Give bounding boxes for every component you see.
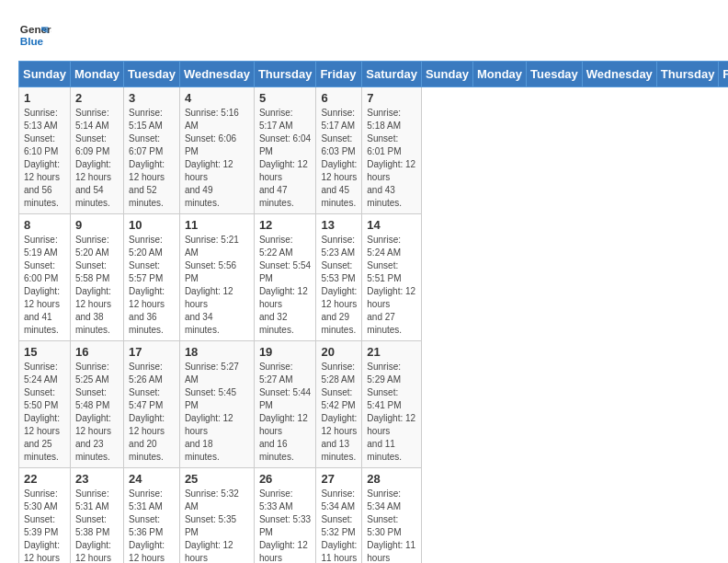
svg-text:Blue: Blue	[20, 35, 44, 47]
calendar-cell: 1Sunrise: 5:13 AM Sunset: 6:10 PM Daylig…	[19, 87, 71, 214]
calendar-cell: 27Sunrise: 5:34 AM Sunset: 5:32 PM Dayli…	[316, 468, 362, 564]
calendar-cell: 22Sunrise: 5:30 AM Sunset: 5:39 PM Dayli…	[19, 468, 71, 564]
day-number: 24	[129, 472, 175, 486]
header-tuesday: Tuesday	[124, 62, 180, 87]
header-thursday: Thursday	[254, 62, 316, 87]
calendar-cell: 20Sunrise: 5:28 AM Sunset: 5:42 PM Dayli…	[316, 341, 362, 468]
day-info: Sunrise: 5:24 AM Sunset: 5:51 PM Dayligh…	[367, 234, 416, 337]
header-wednesday: Wednesday	[582, 62, 656, 87]
day-info: Sunrise: 5:34 AM Sunset: 5:30 PM Dayligh…	[367, 488, 416, 563]
day-number: 21	[367, 345, 416, 359]
day-number: 27	[321, 472, 357, 486]
logo: General Blue	[18, 18, 57, 52]
day-info: Sunrise: 5:24 AM Sunset: 5:50 PM Dayligh…	[24, 361, 65, 464]
calendar-cell: 8Sunrise: 5:19 AM Sunset: 6:00 PM Daylig…	[19, 214, 71, 341]
header-sunday: Sunday	[19, 62, 71, 87]
day-number: 26	[259, 472, 312, 486]
day-number: 3	[129, 91, 175, 105]
header-monday: Monday	[70, 62, 123, 87]
day-number: 20	[321, 345, 357, 359]
day-info: Sunrise: 5:18 AM Sunset: 6:01 PM Dayligh…	[367, 107, 416, 210]
header: General Blue	[18, 18, 710, 52]
calendar-cell: 10Sunrise: 5:20 AM Sunset: 5:57 PM Dayli…	[124, 214, 180, 341]
calendar-cell: 26Sunrise: 5:33 AM Sunset: 5:33 PM Dayli…	[254, 468, 316, 564]
day-info: Sunrise: 5:28 AM Sunset: 5:42 PM Dayligh…	[321, 361, 357, 464]
day-info: Sunrise: 5:27 AM Sunset: 5:45 PM Dayligh…	[185, 361, 249, 464]
calendar-cell: 14Sunrise: 5:24 AM Sunset: 5:51 PM Dayli…	[362, 214, 422, 341]
day-number: 5	[259, 91, 312, 105]
header-saturday: Saturday	[362, 62, 422, 87]
day-info: Sunrise: 5:25 AM Sunset: 5:48 PM Dayligh…	[75, 361, 119, 464]
calendar-cell: 23Sunrise: 5:31 AM Sunset: 5:38 PM Dayli…	[70, 468, 123, 564]
calendar-cell: 9Sunrise: 5:20 AM Sunset: 5:58 PM Daylig…	[70, 214, 123, 341]
day-number: 15	[24, 345, 65, 359]
day-info: Sunrise: 5:17 AM Sunset: 6:03 PM Dayligh…	[321, 107, 357, 210]
day-info: Sunrise: 5:26 AM Sunset: 5:47 PM Dayligh…	[129, 361, 175, 464]
logo-icon: General Blue	[18, 18, 51, 52]
day-info: Sunrise: 5:16 AM Sunset: 6:06 PM Dayligh…	[185, 107, 249, 210]
day-number: 23	[75, 472, 119, 486]
calendar-week-row: 1Sunrise: 5:13 AM Sunset: 6:10 PM Daylig…	[19, 87, 729, 214]
calendar-cell: 6Sunrise: 5:17 AM Sunset: 6:03 PM Daylig…	[316, 87, 362, 214]
day-number: 17	[129, 345, 175, 359]
calendar-cell: 16Sunrise: 5:25 AM Sunset: 5:48 PM Dayli…	[70, 341, 123, 468]
day-info: Sunrise: 5:21 AM Sunset: 5:56 PM Dayligh…	[185, 234, 249, 337]
day-number: 11	[185, 218, 249, 232]
day-info: Sunrise: 5:30 AM Sunset: 5:39 PM Dayligh…	[24, 488, 65, 563]
header-friday: Friday	[316, 62, 362, 87]
day-number: 2	[75, 91, 119, 105]
day-info: Sunrise: 5:20 AM Sunset: 5:57 PM Dayligh…	[129, 234, 175, 337]
day-number: 4	[185, 91, 249, 105]
calendar-cell: 4Sunrise: 5:16 AM Sunset: 6:06 PM Daylig…	[179, 87, 254, 214]
calendar-cell: 11Sunrise: 5:21 AM Sunset: 5:56 PM Dayli…	[179, 214, 254, 341]
day-info: Sunrise: 5:19 AM Sunset: 6:00 PM Dayligh…	[24, 234, 65, 337]
day-number: 6	[321, 91, 357, 105]
day-number: 18	[185, 345, 249, 359]
day-info: Sunrise: 5:13 AM Sunset: 6:10 PM Dayligh…	[24, 107, 65, 210]
header-wednesday: Wednesday	[179, 62, 254, 87]
day-number: 22	[24, 472, 65, 486]
calendar-cell: 28Sunrise: 5:34 AM Sunset: 5:30 PM Dayli…	[362, 468, 422, 564]
calendar-week-row: 15Sunrise: 5:24 AM Sunset: 5:50 PM Dayli…	[19, 341, 729, 468]
header-friday: Friday	[719, 62, 728, 87]
calendar-cell: 12Sunrise: 5:22 AM Sunset: 5:54 PM Dayli…	[254, 214, 316, 341]
day-number: 7	[367, 91, 416, 105]
calendar-cell: 7Sunrise: 5:18 AM Sunset: 6:01 PM Daylig…	[362, 87, 422, 214]
day-number: 10	[129, 218, 175, 232]
day-number: 9	[75, 218, 119, 232]
calendar-cell: 19Sunrise: 5:27 AM Sunset: 5:44 PM Dayli…	[254, 341, 316, 468]
calendar-cell: 17Sunrise: 5:26 AM Sunset: 5:47 PM Dayli…	[124, 341, 180, 468]
header-thursday: Thursday	[656, 62, 719, 87]
day-number: 16	[75, 345, 119, 359]
calendar-week-row: 8Sunrise: 5:19 AM Sunset: 6:00 PM Daylig…	[19, 214, 729, 341]
day-number: 8	[24, 218, 65, 232]
calendar-cell: 2Sunrise: 5:14 AM Sunset: 6:09 PM Daylig…	[70, 87, 123, 214]
day-info: Sunrise: 5:17 AM Sunset: 6:04 PM Dayligh…	[259, 107, 312, 210]
header-monday: Monday	[472, 62, 526, 87]
day-number: 1	[24, 91, 65, 105]
day-info: Sunrise: 5:15 AM Sunset: 6:07 PM Dayligh…	[129, 107, 175, 210]
day-info: Sunrise: 5:20 AM Sunset: 5:58 PM Dayligh…	[75, 234, 119, 337]
calendar-header-row: SundayMondayTuesdayWednesdayThursdayFrid…	[19, 62, 729, 87]
header-tuesday: Tuesday	[527, 62, 583, 87]
day-info: Sunrise: 5:33 AM Sunset: 5:33 PM Dayligh…	[259, 488, 312, 563]
calendar-cell: 24Sunrise: 5:31 AM Sunset: 5:36 PM Dayli…	[124, 468, 180, 564]
day-info: Sunrise: 5:14 AM Sunset: 6:09 PM Dayligh…	[75, 107, 119, 210]
calendar-table: SundayMondayTuesdayWednesdayThursdayFrid…	[18, 61, 728, 563]
day-info: Sunrise: 5:34 AM Sunset: 5:32 PM Dayligh…	[321, 488, 357, 563]
day-number: 12	[259, 218, 312, 232]
day-info: Sunrise: 5:31 AM Sunset: 5:36 PM Dayligh…	[129, 488, 175, 563]
calendar-week-row: 22Sunrise: 5:30 AM Sunset: 5:39 PM Dayli…	[19, 468, 729, 564]
day-info: Sunrise: 5:27 AM Sunset: 5:44 PM Dayligh…	[259, 361, 312, 464]
day-info: Sunrise: 5:22 AM Sunset: 5:54 PM Dayligh…	[259, 234, 312, 337]
day-info: Sunrise: 5:29 AM Sunset: 5:41 PM Dayligh…	[367, 361, 416, 464]
day-number: 25	[185, 472, 249, 486]
day-info: Sunrise: 5:32 AM Sunset: 5:35 PM Dayligh…	[185, 488, 249, 563]
calendar-cell: 18Sunrise: 5:27 AM Sunset: 5:45 PM Dayli…	[179, 341, 254, 468]
day-info: Sunrise: 5:31 AM Sunset: 5:38 PM Dayligh…	[75, 488, 119, 563]
calendar-cell: 13Sunrise: 5:23 AM Sunset: 5:53 PM Dayli…	[316, 214, 362, 341]
day-info: Sunrise: 5:23 AM Sunset: 5:53 PM Dayligh…	[321, 234, 357, 337]
calendar-cell: 25Sunrise: 5:32 AM Sunset: 5:35 PM Dayli…	[179, 468, 254, 564]
day-number: 28	[367, 472, 416, 486]
header-sunday: Sunday	[421, 62, 472, 87]
